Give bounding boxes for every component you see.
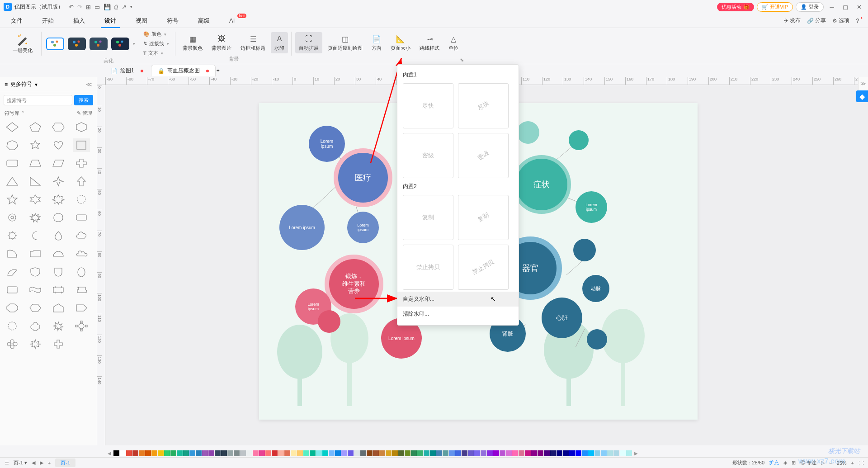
palette-prev-icon[interactable]: ◀ [106, 451, 113, 456]
manage-button[interactable]: ✎ 管理 [77, 110, 92, 117]
shape-parallelogram[interactable] [50, 156, 67, 170]
shape-star5[interactable] [4, 193, 21, 206]
shape-cloud2[interactable] [73, 247, 90, 260]
color-swatch[interactable] [291, 450, 297, 456]
add-tab-button[interactable]: + [217, 67, 220, 74]
color-swatch[interactable] [373, 450, 379, 456]
jump-style-button[interactable]: ⤻跳线样式 [416, 32, 443, 53]
layers-icon[interactable]: ◈ [783, 460, 787, 466]
menu-insert[interactable]: 插入 [71, 14, 87, 28]
color-swatch[interactable] [582, 450, 588, 456]
color-swatch[interactable] [398, 450, 404, 456]
color-swatch[interactable] [392, 450, 398, 456]
shape-flower2[interactable] [4, 337, 21, 351]
color-swatch[interactable] [170, 450, 176, 456]
doc-tab-2[interactable]: 🔒 高血压概念图 [151, 65, 216, 76]
color-swatch[interactable] [158, 450, 164, 456]
shape-burst3[interactable] [50, 319, 67, 333]
shape-right-triangle[interactable] [27, 175, 44, 188]
add-page-icon[interactable]: + [48, 460, 51, 466]
color-swatch[interactable] [474, 450, 480, 456]
color-swatch[interactable] [430, 450, 436, 456]
shape-egg[interactable] [73, 265, 90, 279]
color-swatch[interactable] [246, 450, 252, 456]
shape-trapezoid[interactable] [27, 156, 44, 170]
bubble-small-pink[interactable] [318, 310, 340, 333]
collapse-sidebar-icon[interactable]: ≪ [86, 81, 92, 88]
color-swatch[interactable] [348, 450, 354, 456]
color-swatch[interactable] [234, 450, 240, 456]
menu-file[interactable]: 文件 [9, 14, 24, 28]
bubble-small-teal[interactable] [517, 121, 539, 144]
search-button[interactable]: 搜索 [74, 95, 93, 105]
color-swatch[interactable] [202, 450, 208, 456]
color-swatch[interactable] [253, 450, 259, 456]
qa-more-icon[interactable]: ▾ [130, 5, 132, 9]
color-swatch[interactable] [519, 450, 524, 456]
shape-shield2[interactable] [50, 265, 67, 279]
bg-image-button[interactable]: 🖼背景图片 [208, 32, 235, 53]
menu-view[interactable]: 视图 [134, 14, 149, 28]
color-swatch[interactable] [386, 450, 392, 456]
shape-half-circle[interactable] [50, 247, 67, 260]
undo-icon[interactable]: ↶ [69, 4, 74, 10]
color-swatch[interactable] [367, 450, 373, 456]
color-swatch[interactable] [455, 450, 461, 456]
color-swatch[interactable] [164, 450, 170, 456]
bubble-symptom[interactable]: 症状 [512, 155, 571, 214]
vip-button[interactable]: 🛒开通VIP [757, 2, 793, 12]
open-icon[interactable]: ▭ [94, 4, 100, 10]
custom-watermark-item[interactable]: 自定义水印... [397, 292, 519, 307]
color-swatch[interactable] [227, 450, 233, 456]
promo-button[interactable]: 优惠活动🎁 [717, 3, 754, 11]
color-swatch[interactable] [512, 450, 518, 456]
wm-preset-2[interactable]: 尽快 [458, 83, 509, 128]
color-swatch[interactable] [607, 450, 613, 456]
color-swatch[interactable] [626, 450, 632, 456]
menu-symbol[interactable]: 符号 [165, 14, 180, 28]
color-swatch[interactable] [557, 450, 562, 456]
publish-button[interactable]: ✈ 发布 [784, 17, 801, 24]
bubble-small-navy[interactable] [573, 239, 596, 261]
page-dropdown[interactable]: 页-1 ▾ [14, 459, 27, 466]
help-icon[interactable]: ?● [856, 18, 863, 24]
expand-right-panel-icon[interactable]: ≫ [858, 77, 868, 90]
color-swatch[interactable] [341, 450, 347, 456]
color-swatch[interactable] [329, 450, 335, 456]
wm-preset-7[interactable]: 禁止拷贝 [403, 245, 453, 290]
menu-design[interactable]: 设计 [103, 14, 118, 28]
bubble-lorem-2[interactable]: Lorem ipsum [279, 205, 325, 250]
shape-plus-rounded[interactable] [50, 337, 67, 351]
wm-preset-4[interactable]: 密级 [458, 133, 509, 178]
shape-arrow-up[interactable] [73, 175, 90, 188]
color-swatch[interactable] [525, 450, 531, 456]
next-page-icon[interactable]: ▶ [40, 460, 43, 466]
shape-teardrop[interactable] [50, 211, 67, 224]
options-button[interactable]: ⚙ 选项 [832, 17, 849, 24]
color-swatch[interactable] [322, 450, 328, 456]
shape-hexagon2[interactable] [73, 120, 90, 134]
color-swatch[interactable] [240, 450, 246, 456]
bubble-small-navy2[interactable] [587, 329, 607, 350]
shape-plaque[interactable] [50, 283, 67, 297]
direction-button[interactable]: 📄方向 [368, 32, 385, 53]
minimize-icon[interactable]: ─ [826, 1, 837, 12]
bg-color-button[interactable]: ▦背景颜色 [179, 32, 206, 53]
color-swatch[interactable] [215, 450, 221, 456]
shape-rounded-rect[interactable] [4, 156, 21, 170]
color-swatch[interactable] [506, 450, 512, 456]
shape-seal[interactable] [4, 319, 21, 333]
shape-scroll[interactable] [73, 283, 90, 297]
shape-octagon2[interactable] [4, 301, 21, 315]
color-swatch[interactable] [500, 450, 505, 456]
connector-dropdown[interactable]: ↯连接线▾ [141, 39, 172, 48]
shape-heptagon[interactable] [4, 138, 21, 152]
bubble-lorem-3[interactable]: Lorem ipsum [347, 212, 379, 243]
color-swatch[interactable] [303, 450, 309, 456]
menu-advanced[interactable]: 高级 [196, 14, 212, 28]
zoom-in-icon[interactable]: + [851, 460, 854, 466]
bubble-small-teal2[interactable] [569, 130, 589, 150]
color-swatch[interactable] [196, 450, 202, 456]
menu-start[interactable]: 开始 [40, 14, 56, 28]
color-swatch[interactable] [284, 450, 290, 456]
